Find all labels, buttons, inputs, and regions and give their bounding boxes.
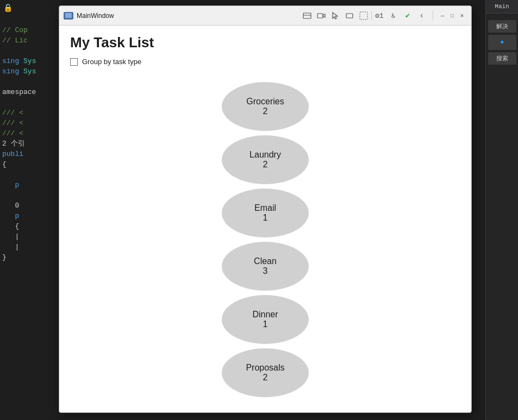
task-count-clean: 3 [263, 266, 268, 276]
gear-tool-icon[interactable]: ⚙1 [373, 9, 386, 22]
code-blank-2 [0, 77, 59, 87]
task-item-laundry[interactable]: Laundry2 [222, 135, 309, 184]
task-name-proposals: Proposals [246, 363, 284, 373]
task-list: Groceries2Laundry2Email1Clean3Dinner1Pro… [70, 77, 460, 397]
code-blank-4 [0, 170, 59, 180]
toolbar-sep-1 [371, 11, 372, 21]
task-count-laundry: 2 [263, 160, 268, 170]
right-sidebar: Main 解决 🔹 搜索 [485, 0, 518, 420]
code-ref-count: 2 个引 [0, 139, 59, 149]
code-using-2: sing Sys [0, 66, 59, 77]
code-line-vert-2: | [0, 242, 59, 252]
task-item-groceries[interactable]: Groceries2 [222, 82, 309, 131]
code-comment-doc-2: /// < [0, 118, 59, 128]
svg-rect-6 [360, 12, 367, 20]
task-item-email[interactable]: Email1 [222, 189, 309, 237]
toolbar-sep-2 [433, 11, 433, 21]
task-count-email: 1 [263, 213, 268, 223]
code-prop-2: p [0, 211, 59, 221]
code-using-1: sing Sys [0, 56, 59, 66]
main-window: MainWindow ⚙1 ♿ ✔ ‹ — [59, 5, 472, 413]
code-brace-2: { [0, 221, 59, 231]
task-name-email: Email [254, 203, 276, 213]
left-code-panel: // Cop // Lic sing Sys sing Sys amespace… [0, 0, 59, 420]
code-zero: 0 [0, 200, 59, 211]
task-count-dinner: 1 [263, 319, 268, 329]
code-brace-close: } [0, 252, 59, 262]
close-button[interactable]: ✕ [457, 11, 467, 21]
lock-icon: 🔒 [3, 3, 13, 12]
check-circle-icon[interactable]: ✔ [401, 9, 414, 22]
task-count-groceries: 2 [263, 106, 268, 116]
svg-rect-5 [346, 14, 353, 18]
window-icon [64, 12, 73, 20]
page-title: My Task List [70, 34, 460, 51]
video-tool-icon[interactable] [315, 9, 328, 22]
code-blank-1 [0, 46, 59, 56]
code-comment-doc-1: /// < [0, 108, 59, 118]
code-line-vert-1: | [0, 231, 59, 242]
task-name-laundry: Laundry [249, 150, 281, 160]
window-content: My Task List Group by task type Grocerie… [59, 26, 471, 412]
window-title-text: MainWindow [77, 12, 301, 20]
title-bar: MainWindow ⚙1 ♿ ✔ ‹ — [59, 6, 471, 26]
code-namespace: amespace [0, 87, 59, 97]
svg-rect-2 [317, 14, 323, 18]
svg-rect-0 [303, 13, 311, 18]
task-name-clean: Clean [254, 256, 277, 266]
window-icon-inner [65, 13, 72, 18]
code-comment-doc-3: /// < [0, 128, 59, 139]
code-blank-5 [0, 190, 59, 200]
figure-tool-icon[interactable]: ♿ [387, 9, 400, 22]
sidebar-top-label: Main [486, 0, 518, 14]
rectangle-tool-icon[interactable] [343, 9, 356, 22]
restore-button[interactable]: ☐ [447, 11, 457, 21]
resolve-btn[interactable]: 解决 [488, 20, 516, 33]
icon-btn[interactable]: 🔹 [488, 35, 516, 50]
svg-marker-4 [333, 12, 338, 19]
code-brace-open: { [0, 159, 59, 170]
task-item-proposals[interactable]: Proposals2 [222, 348, 309, 397]
cursor-tool-icon[interactable] [329, 9, 342, 22]
minimize-button[interactable]: — [438, 11, 447, 21]
code-comment-2: // Lic [0, 35, 59, 46]
code-prop-1: p [0, 180, 59, 190]
task-count-proposals: 2 [263, 373, 268, 383]
group-by-type-checkbox[interactable] [70, 58, 78, 66]
code-public: publi [0, 149, 59, 159]
arrow-left-icon[interactable]: ‹ [415, 9, 428, 22]
task-name-groceries: Groceries [246, 97, 284, 106]
group-by-type-label: Group by task type [82, 58, 141, 66]
code-comment-1: // Cop [0, 25, 59, 35]
search-btn[interactable]: 搜索 [488, 52, 516, 65]
group-by-type-row: Group by task type [70, 58, 460, 66]
task-item-clean[interactable]: Clean3 [222, 242, 309, 291]
task-name-dinner: Dinner [252, 310, 278, 319]
task-item-dinner[interactable]: Dinner1 [222, 295, 309, 344]
code-blank-3 [0, 97, 59, 108]
pointer-tool-icon[interactable] [301, 9, 314, 22]
select-tool-icon[interactable] [357, 9, 370, 22]
